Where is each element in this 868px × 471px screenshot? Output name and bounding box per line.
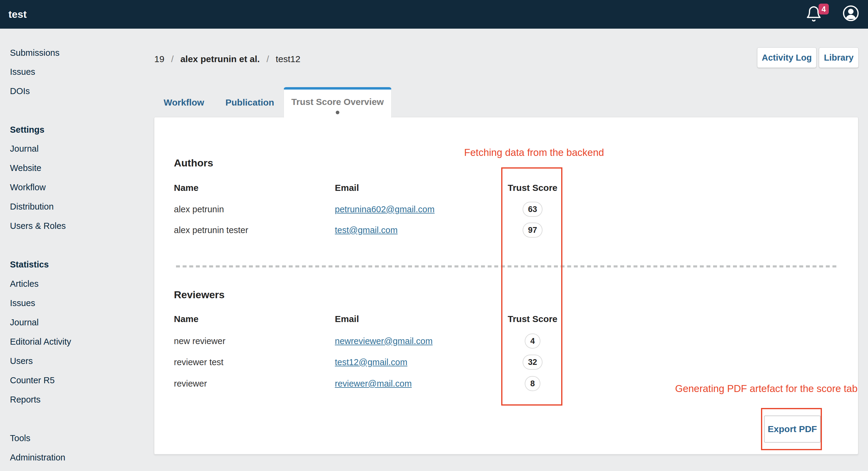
sidebar-item-articles[interactable]: Articles [10, 278, 38, 290]
table-row: alex petrunin tester test@gmail.com 97 [154, 219, 858, 241]
table-row: reviewer test test12@gmail.com 32 [154, 352, 858, 373]
topbar: test 4 [0, 0, 868, 29]
reviewers-heading: Reviewers [174, 289, 224, 301]
sidebar-item-users[interactable]: Users [10, 355, 33, 367]
breadcrumb-separator: / [171, 54, 174, 64]
annotation-generating-pdf: Generating PDF artefact for the score ta… [675, 383, 858, 394]
sidebar-item-stats-issues[interactable]: Issues [10, 297, 35, 309]
library-button[interactable]: Library [819, 47, 859, 68]
table-row: alex petrunin petrunina602@gmail.com 63 [154, 199, 858, 220]
active-tab-dot [336, 111, 339, 114]
sidebar-item-website[interactable]: Website [10, 162, 41, 174]
sidebar-item-counter-r5[interactable]: Counter R5 [10, 374, 55, 386]
notification-badge: 4 [818, 4, 829, 14]
authors-header-row: Name Email Trust Score [154, 177, 858, 198]
sidebar: Submissions Issues DOIs Settings Journal… [0, 29, 130, 471]
reviewer-name: reviewer test [174, 352, 223, 373]
sidebar-item-submissions[interactable]: Submissions [10, 47, 59, 59]
sidebar-item-issues[interactable]: Issues [10, 66, 35, 78]
table-row: new reviewer newreviewer@gmail.com 4 [154, 330, 858, 352]
reviewer-email-link[interactable]: reviewer@mail.com [335, 379, 412, 388]
sidebar-header-settings: Settings [10, 124, 44, 136]
breadcrumb-id: 19 [154, 54, 164, 64]
trust-score-panel: Authors Name Email Trust Score alex petr… [154, 117, 858, 454]
trust-score-badge: 4 [525, 333, 540, 349]
user-avatar-icon [842, 5, 859, 22]
column-header-trust-score: Trust Score [495, 308, 570, 330]
annotation-fetching-data: Fetching data from the backend [464, 147, 604, 158]
trust-score-badge: 32 [523, 355, 542, 370]
activity-log-button[interactable]: Activity Log [757, 47, 816, 68]
sidebar-item-reports[interactable]: Reports [10, 393, 41, 406]
breadcrumb-page: test12 [276, 54, 301, 64]
breadcrumb-submission-title: alex petrunin et al. [180, 54, 259, 64]
sidebar-header-statistics: Statistics [10, 258, 49, 270]
sidebar-item-users-roles[interactable]: Users & Roles [10, 220, 66, 232]
trust-score-badge: 8 [525, 376, 540, 391]
sidebar-item-administration[interactable]: Administration [10, 451, 65, 464]
dashed-divider [176, 265, 839, 267]
column-header-email: Email [335, 177, 359, 198]
trust-score-badge: 63 [523, 202, 542, 217]
reviewers-header-row: Name Email Trust Score [154, 308, 858, 330]
author-name: alex petrunin tester [174, 219, 248, 241]
tab-label: Trust Score Overview [284, 97, 391, 107]
reviewer-name: reviewer [174, 373, 207, 394]
column-header-name: Name [174, 308, 198, 330]
notifications-button[interactable]: 4 [805, 5, 828, 25]
reviewer-email-link[interactable]: test12@gmail.com [335, 357, 407, 367]
user-menu-button[interactable] [842, 5, 859, 22]
authors-heading: Authors [174, 157, 213, 169]
trust-score-badge: 97 [523, 223, 542, 238]
author-name: alex petrunin [174, 199, 224, 220]
column-header-email: Email [335, 308, 359, 330]
tab-trust-score-overview[interactable]: Trust Score Overview [284, 87, 392, 118]
sidebar-item-stats-journal[interactable]: Journal [10, 316, 38, 328]
sidebar-item-workflow[interactable]: Workflow [10, 181, 46, 193]
breadcrumb: 19 / alex petrunin et al. / test12 [154, 53, 305, 65]
tab-publication[interactable]: Publication [225, 97, 274, 108]
sidebar-item-editorial-activity[interactable]: Editorial Activity [10, 335, 71, 348]
export-pdf-button[interactable]: Export PDF [764, 415, 821, 443]
sidebar-item-distribution[interactable]: Distribution [10, 201, 54, 213]
sidebar-item-dois[interactable]: DOIs [10, 85, 30, 97]
breadcrumb-separator: / [267, 54, 269, 64]
tab-workflow[interactable]: Workflow [164, 97, 204, 108]
reviewer-name: new reviewer [174, 330, 225, 352]
sidebar-item-tools[interactable]: Tools [10, 432, 30, 444]
sidebar-item-journal[interactable]: Journal [10, 143, 38, 155]
app-title: test [8, 0, 27, 29]
column-header-name: Name [174, 177, 198, 198]
author-email-link[interactable]: petrunina602@gmail.com [335, 204, 435, 214]
author-email-link[interactable]: test@gmail.com [335, 225, 398, 235]
column-header-trust-score: Trust Score [495, 177, 570, 198]
reviewer-email-link[interactable]: newreviewer@gmail.com [335, 336, 433, 346]
